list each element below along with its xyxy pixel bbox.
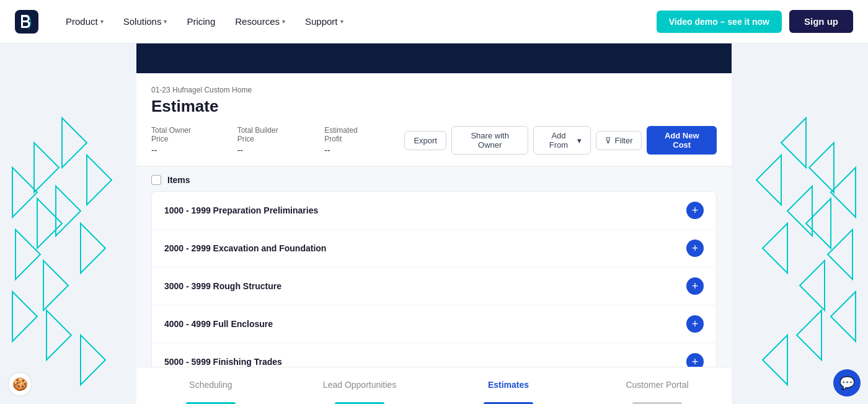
cost-item-row: 1000 - 1999 Preparation Preliminaries + (152, 192, 716, 230)
svg-marker-13 (809, 143, 834, 192)
nav-item-resources[interactable]: Resources ▾ (228, 11, 293, 32)
svg-marker-10 (81, 223, 105, 273)
cost-item-row: 4000 - 4999 Full Enclosure + (152, 305, 716, 343)
svg-marker-7 (62, 118, 87, 168)
logo[interactable] (15, 10, 38, 34)
filter-button[interactable]: ⊽ Filter (596, 131, 642, 150)
tab-scheduling[interactable]: Scheduling (136, 367, 285, 404)
estimated-profit: Estimated Profit -- (324, 126, 374, 156)
add-item-button-3[interactable]: + (686, 315, 704, 333)
nav-links: Product ▾ Solutions ▾ Pricing Resources … (58, 11, 657, 32)
tab-lead-opportunities[interactable]: Lead Opportunities (285, 367, 434, 404)
cookie-button[interactable]: 🍪 (7, 372, 32, 397)
estimate-actions: Export Share with Owner Add From ▾ ⊽ Fil… (404, 126, 717, 155)
dark-header-bar (136, 43, 732, 73)
chat-button[interactable]: 💬 (833, 369, 861, 397)
svg-marker-2 (12, 168, 37, 217)
svg-marker-23 (797, 310, 822, 360)
bottom-tabs: Scheduling Lead Opportunities Estimates … (136, 367, 732, 404)
nav-item-solutions[interactable]: Solutions ▾ (116, 11, 175, 32)
cost-item-row: 3000 - 3999 Rough Structure + (152, 267, 716, 305)
export-button[interactable]: Export (404, 131, 446, 150)
chat-icon: 💬 (839, 375, 855, 390)
table-area: Items 1000 - 1999 Preparation Preliminar… (136, 166, 732, 391)
add-from-button[interactable]: Add From ▾ (533, 126, 590, 155)
cost-item-row: 2000 - 2999 Excavation and Foundation + (152, 230, 716, 267)
nav-item-support[interactable]: Support ▾ (298, 11, 351, 32)
add-new-cost-button[interactable]: Add New Cost (647, 126, 717, 155)
chevron-down-icon: ▾ (577, 136, 582, 145)
breadcrumb: 01-23 Hufnagel Custom Home (151, 86, 717, 94)
total-owner-price: Total Owner Price -- (151, 126, 208, 156)
svg-marker-17 (800, 261, 825, 310)
nav-item-product[interactable]: Product ▾ (58, 11, 111, 32)
nav-actions: Video demo – see it now Sign up (657, 10, 853, 33)
estimate-section: 01-23 Hufnagel Custom Home Estimate Tota… (136, 73, 732, 166)
svg-marker-4 (16, 230, 40, 279)
svg-marker-14 (831, 168, 856, 217)
share-with-owner-button[interactable]: Share with Owner (451, 126, 528, 155)
add-item-button-1[interactable]: + (686, 240, 704, 257)
svg-marker-1 (34, 143, 59, 192)
estimate-title: Estimate (151, 97, 717, 116)
chevron-down-icon: ▾ (340, 18, 343, 25)
svg-marker-3 (37, 199, 62, 248)
items-checkbox[interactable] (151, 175, 161, 185)
svg-marker-21 (787, 186, 812, 236)
cookie-icon: 🍪 (12, 377, 28, 392)
main-content: 01-23 Hufnagel Custom Home Estimate Tota… (136, 43, 732, 404)
cost-items-list: 1000 - 1999 Preparation Preliminaries + … (151, 191, 717, 381)
navbar: Product ▾ Solutions ▾ Pricing Resources … (0, 0, 868, 43)
chevron-down-icon: ▾ (282, 18, 285, 25)
svg-marker-20 (756, 155, 781, 205)
svg-marker-5 (43, 261, 68, 310)
video-demo-button[interactable]: Video demo – see it now (657, 11, 782, 33)
estimate-meta: Total Owner Price -- Total Builder Price… (151, 126, 717, 156)
filter-icon: ⊽ (605, 136, 611, 145)
svg-marker-8 (87, 155, 112, 205)
svg-marker-24 (763, 335, 787, 385)
svg-marker-19 (781, 118, 806, 168)
chevron-down-icon: ▾ (164, 18, 167, 25)
chevron-down-icon: ▾ (100, 18, 104, 25)
total-builder-price: Total Builder Price -- (237, 126, 295, 156)
svg-marker-11 (46, 310, 71, 360)
svg-marker-22 (763, 223, 787, 273)
signup-button[interactable]: Sign up (789, 10, 853, 33)
add-item-button-2[interactable]: + (686, 277, 704, 295)
nav-item-pricing[interactable]: Pricing (179, 11, 223, 32)
tab-customer-portal[interactable]: Customer Portal (583, 367, 732, 404)
add-item-button-0[interactable]: + (686, 202, 704, 219)
svg-marker-18 (831, 292, 856, 341)
svg-marker-6 (12, 292, 37, 341)
items-header: Items (151, 166, 717, 191)
svg-marker-15 (806, 199, 831, 248)
svg-marker-12 (81, 335, 105, 385)
svg-marker-9 (56, 186, 81, 236)
tab-estimates[interactable]: Estimates (434, 367, 583, 404)
svg-marker-16 (828, 230, 852, 279)
